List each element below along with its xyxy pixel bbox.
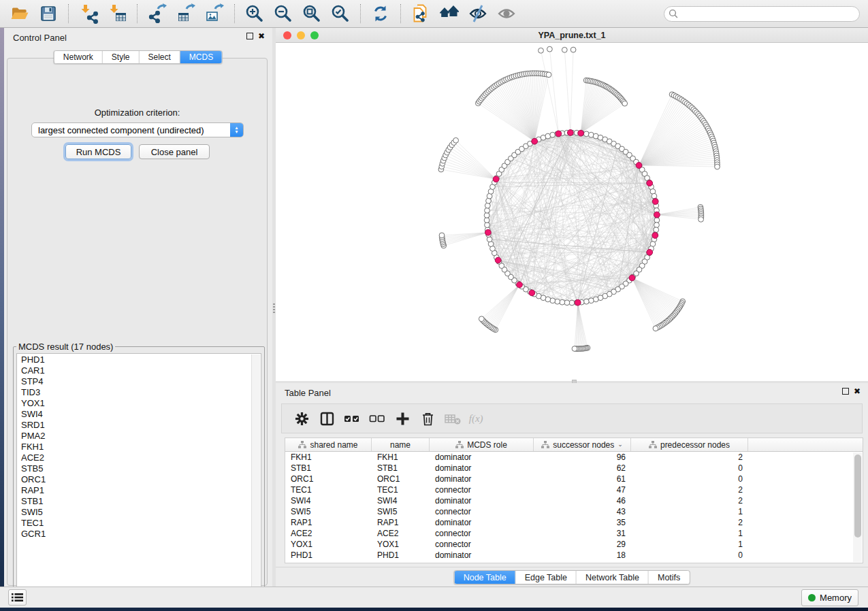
- cell-name[interactable]: RAP1: [372, 517, 430, 528]
- table-row[interactable]: RAP1RAP1dominator352: [285, 517, 863, 528]
- cell-successor-nodes[interactable]: 18: [534, 550, 631, 561]
- mcds-result-item[interactable]: FKH1: [18, 442, 251, 452]
- network-node[interactable]: [485, 203, 490, 208]
- show-graphics-details-icon[interactable]: [495, 3, 518, 24]
- column-header-name[interactable]: name: [372, 438, 430, 451]
- network-node[interactable]: [546, 72, 551, 78]
- cell-successor-nodes[interactable]: 31: [534, 528, 631, 539]
- network-node[interactable]: [539, 48, 544, 53]
- network-hub-node[interactable]: [532, 138, 538, 144]
- cell-successor-nodes[interactable]: 35: [534, 517, 631, 528]
- network-hub-node[interactable]: [575, 299, 581, 306]
- cell-MCDS-role[interactable]: connector: [430, 539, 534, 550]
- cell-predecessor-nodes[interactable]: 1: [631, 539, 748, 550]
- export-table-icon[interactable]: [174, 3, 197, 24]
- column-header-successor-nodes[interactable]: successor nodes⌄: [534, 438, 631, 451]
- network-node[interactable]: [715, 164, 720, 169]
- zoom-out-icon[interactable]: [272, 3, 295, 24]
- float-table-panel-icon[interactable]: [842, 388, 849, 395]
- network-node[interactable]: [583, 299, 589, 304]
- network-node[interactable]: [547, 46, 553, 52]
- open-folder-icon[interactable]: [8, 3, 31, 24]
- cell-name[interactable]: YOX1: [372, 539, 430, 550]
- tab-select[interactable]: Select: [140, 51, 180, 63]
- network-node[interactable]: [572, 346, 577, 352]
- delete-icon[interactable]: [417, 408, 438, 429]
- cell-name[interactable]: ACE2: [372, 528, 430, 539]
- cell-successor-nodes[interactable]: 46: [534, 495, 631, 506]
- search-input[interactable]: [664, 6, 860, 22]
- maximize-window-icon[interactable]: [310, 31, 319, 39]
- network-hub-node[interactable]: [529, 290, 535, 296]
- network-node[interactable]: [562, 47, 567, 52]
- settings-icon[interactable]: [291, 408, 312, 429]
- cell-shared-name[interactable]: RAP1: [285, 517, 372, 528]
- cell-shared-name[interactable]: FKH1: [285, 452, 372, 463]
- mcds-result-item[interactable]: STB5: [18, 463, 251, 474]
- network-node[interactable]: [453, 137, 459, 143]
- cell-predecessor-nodes[interactable]: 0: [631, 474, 748, 484]
- network-hub-node[interactable]: [495, 257, 501, 263]
- cell-predecessor-nodes[interactable]: 1: [631, 506, 748, 517]
- network-node[interactable]: [439, 233, 445, 238]
- mcds-result-item[interactable]: STP4: [18, 376, 251, 387]
- mcds-result-item[interactable]: SRD1: [18, 420, 251, 431]
- mcds-result-item[interactable]: RAP1: [18, 485, 251, 496]
- cell-MCDS-role[interactable]: dominator: [430, 495, 534, 506]
- mcds-result-item[interactable]: GCR1: [18, 529, 251, 540]
- cell-shared-name[interactable]: TEC1: [285, 484, 372, 495]
- cell-MCDS-role[interactable]: connector: [430, 528, 534, 539]
- cell-MCDS-role[interactable]: dominator: [430, 463, 534, 474]
- cell-predecessor-nodes[interactable]: 2: [631, 452, 748, 463]
- mcds-result-item[interactable]: SWI5: [18, 507, 251, 518]
- network-node[interactable]: [555, 299, 560, 304]
- cell-predecessor-nodes[interactable]: 1: [631, 528, 748, 539]
- export-network-icon[interactable]: [146, 3, 169, 24]
- mcds-result-item[interactable]: TID3: [18, 387, 251, 398]
- refresh-icon[interactable]: [369, 3, 392, 24]
- cell-MCDS-role[interactable]: dominator: [430, 550, 534, 561]
- cell-MCDS-role[interactable]: connector: [430, 484, 534, 495]
- tab-style[interactable]: Style: [103, 51, 140, 63]
- cell-shared-name[interactable]: PHD1: [285, 550, 372, 561]
- columns-icon[interactable]: [317, 408, 337, 429]
- mcds-result-item[interactable]: PHD1: [18, 354, 251, 365]
- mcds-result-item[interactable]: TEC1: [18, 518, 251, 529]
- table-row[interactable]: PHD1PHD1dominator180: [285, 550, 863, 561]
- new-network-from-selection-icon[interactable]: [409, 3, 432, 24]
- show-panels-button[interactable]: [8, 589, 27, 606]
- cell-name[interactable]: TEC1: [372, 484, 430, 495]
- visual-properties-icon[interactable]: [466, 3, 489, 24]
- network-node[interactable]: [485, 208, 490, 213]
- network-node[interactable]: [560, 299, 565, 305]
- network-node[interactable]: [652, 193, 657, 199]
- network-hub-node[interactable]: [647, 180, 653, 186]
- cell-shared-name[interactable]: SWI5: [285, 506, 372, 517]
- export-image-icon[interactable]: [203, 3, 226, 24]
- close-table-panel-icon[interactable]: ✖: [854, 388, 861, 395]
- cell-predecessor-nodes[interactable]: 0: [631, 550, 748, 561]
- column-header-predecessor-nodes[interactable]: predecessor nodes: [631, 438, 748, 451]
- float-panel-icon[interactable]: [246, 33, 253, 39]
- network-node[interactable]: [622, 101, 628, 106]
- network-canvas[interactable]: [276, 43, 868, 381]
- table-scrollbar[interactable]: [853, 452, 862, 562]
- cell-successor-nodes[interactable]: 96: [534, 452, 631, 463]
- network-hub-node[interactable]: [629, 275, 635, 281]
- cell-MCDS-role[interactable]: connector: [430, 506, 534, 517]
- tab-node-table[interactable]: Node Table: [455, 571, 516, 584]
- zoom-selected-icon[interactable]: [329, 3, 352, 24]
- mcds-result-item[interactable]: STB1: [18, 496, 251, 507]
- table-row[interactable]: STB1STB1dominator620: [285, 463, 863, 474]
- cell-name[interactable]: SWI4: [372, 495, 430, 506]
- table-row[interactable]: SWI5SWI5connector431: [285, 506, 863, 517]
- network-node[interactable]: [654, 222, 660, 228]
- table-row[interactable]: FKH1FKH1dominator962: [285, 452, 863, 463]
- tab-mcds[interactable]: MCDS: [180, 51, 222, 63]
- cell-successor-nodes[interactable]: 61: [534, 474, 631, 484]
- optimization-criterion-select[interactable]: largest connected component (undirected)…: [31, 122, 244, 137]
- cell-MCDS-role[interactable]: dominator: [430, 474, 534, 484]
- table-row[interactable]: ACE2ACE2connector311: [285, 528, 863, 539]
- cell-shared-name[interactable]: STB1: [285, 463, 372, 474]
- select-all-icon[interactable]: [342, 408, 362, 429]
